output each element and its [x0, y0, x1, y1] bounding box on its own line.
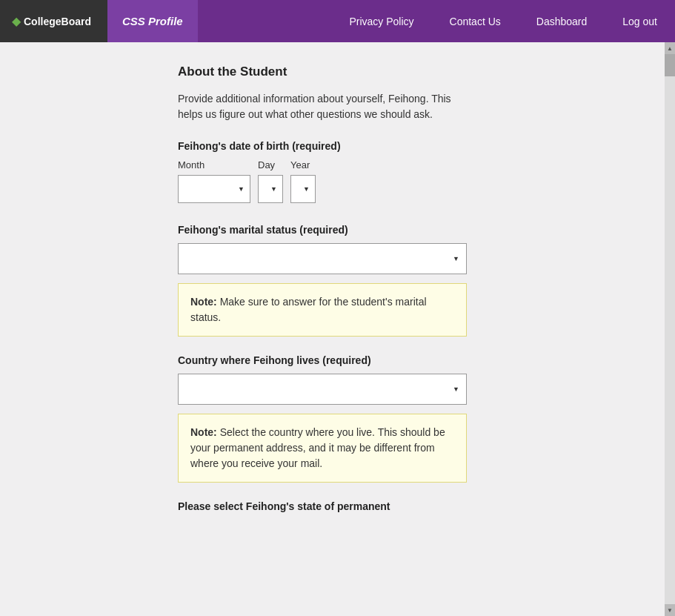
country-label: Country where Feihong lives (required) [178, 354, 511, 366]
country-select[interactable]: United States China Other [178, 374, 467, 405]
contact-us-link[interactable]: Contact Us [432, 0, 519, 42]
dob-month-label: Month [178, 159, 250, 170]
dob-year-wrapper [290, 175, 316, 203]
nav-links: Privacy Policy Contact Us Dashboard Log … [331, 0, 675, 42]
brand-area: CSS Profile [107, 0, 198, 42]
country-select-wrapper: United States China Other [178, 374, 467, 405]
dashboard-link[interactable]: Dashboard [519, 0, 605, 42]
marital-note-text: Make sure to answer for the student's ma… [190, 296, 427, 323]
marital-note-bold: Note: [190, 296, 217, 308]
privacy-policy-link[interactable]: Privacy Policy [331, 0, 431, 42]
page-wrapper: About the Student Provide additional inf… [0, 42, 675, 616]
content-card: About the Student Provide additional inf… [178, 64, 511, 512]
dob-year-select[interactable] [290, 175, 316, 203]
marital-section: Feihong's marital status (required) Sing… [178, 224, 511, 274]
marital-select[interactable]: Single Married Divorced Widowed [178, 243, 467, 274]
logo-bullet-icon: ◆ [12, 14, 21, 28]
logo-text: CollegeBoard [24, 16, 91, 27]
dob-label: Feihong's date of birth (required) [178, 140, 511, 152]
dob-month-wrapper: January February March April May June Ju… [178, 175, 250, 203]
country-note-text: Select the country where you live. This … [190, 426, 445, 469]
marital-select-wrapper: Single Married Divorced Widowed [178, 243, 467, 274]
main-content: About the Student Provide additional inf… [0, 42, 665, 616]
scrollbar-thumb[interactable] [665, 54, 675, 76]
scrollbar-track[interactable]: ▲ ▼ [665, 42, 675, 616]
logout-link[interactable]: Log out [605, 0, 675, 42]
section-description: Provide additional information about you… [178, 91, 467, 122]
dob-month-select[interactable]: January February March April May June Ju… [178, 175, 250, 203]
section-title: About the Student [178, 64, 511, 79]
dob-year-field: Year [290, 159, 316, 203]
marital-label: Feihong's marital status (required) [178, 224, 511, 236]
dob-month-field: Month January February March April May J… [178, 159, 250, 203]
dob-day-wrapper [258, 175, 283, 203]
dob-day-label: Day [258, 159, 283, 170]
navbar: ◆ CollegeBoard CSS Profile Privacy Polic… [0, 0, 675, 42]
logo-area: ◆ CollegeBoard [0, 0, 107, 42]
country-note-bold: Note: [190, 426, 217, 438]
scrollbar-arrow-down[interactable]: ▼ [665, 604, 675, 616]
country-section: Country where Feihong lives (required) U… [178, 354, 511, 405]
dob-year-label: Year [290, 159, 316, 170]
marital-note-box: Note: Make sure to answer for the studen… [178, 283, 467, 337]
brand-text: CSS Profile [122, 15, 183, 27]
country-note-box: Note: Select the country where you live.… [178, 414, 467, 483]
scrollbar-arrow-up[interactable]: ▲ [665, 42, 675, 54]
dob-day-select[interactable] [258, 175, 283, 203]
bottom-label: Please select Feihong's state of permane… [178, 500, 511, 512]
dob-day-field: Day [258, 159, 283, 203]
dob-group: Month January February March April May J… [178, 159, 511, 203]
